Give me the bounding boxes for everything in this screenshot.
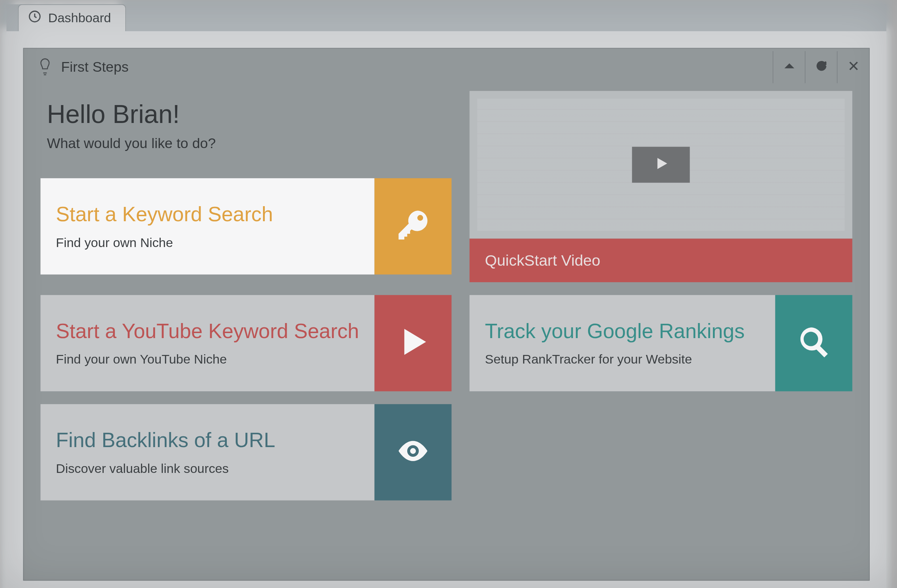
panel-actions xyxy=(773,51,869,84)
greeting-heading: Hello Brian! xyxy=(47,100,445,129)
tile-subtitle: Discover valuable link sources xyxy=(56,461,359,476)
tab-dashboard[interactable]: Dashboard xyxy=(18,4,126,31)
magnifier-icon xyxy=(796,324,831,362)
tile-icon-box xyxy=(775,295,853,391)
tile-subtitle: Find your own YouTube Niche xyxy=(56,352,359,367)
play-icon xyxy=(653,155,669,175)
tile-title: Find Backlinks of a URL xyxy=(56,428,359,452)
tab-bar: Dashboard xyxy=(6,4,886,31)
first-steps-panel: First Steps Hello Brian! xyxy=(23,48,870,581)
key-icon xyxy=(396,208,430,245)
tile-track-rankings[interactable]: Track your Google Rankings Setup RankTra… xyxy=(470,295,853,391)
quickstart-video-card[interactable]: QuickStart Video xyxy=(470,91,853,282)
triangle-up-icon xyxy=(782,60,796,75)
close-icon xyxy=(847,60,860,75)
greeting: Hello Brian! What would you like to do? xyxy=(41,91,452,165)
gauge-icon xyxy=(28,9,41,26)
tile-youtube-keyword[interactable]: Start a YouTube Keyword Search Find your… xyxy=(41,295,452,391)
content-area: First Steps Hello Brian! xyxy=(6,31,886,588)
tile-keyword-search[interactable]: Start a Keyword Search Find your own Nic… xyxy=(41,178,452,274)
refresh-icon xyxy=(815,60,828,75)
lightbulb-icon xyxy=(38,56,52,78)
tile-subtitle: Setup RankTracker for your Website xyxy=(485,352,760,367)
panel-header: First Steps xyxy=(24,49,869,86)
tile-subtitle: Find your own Niche xyxy=(56,235,359,250)
video-title-bar: QuickStart Video xyxy=(470,238,853,282)
collapse-button[interactable] xyxy=(773,51,805,84)
greeting-sub: What would you like to do? xyxy=(47,135,445,152)
tile-icon-box xyxy=(375,404,452,501)
tile-title: Start a Keyword Search xyxy=(56,202,359,226)
tile-icon-box xyxy=(375,295,452,391)
video-thumbnail[interactable] xyxy=(470,91,853,239)
tab-label: Dashboard xyxy=(48,11,111,26)
eye-icon xyxy=(396,434,430,471)
tile-title: Track your Google Rankings xyxy=(485,319,760,343)
tile-find-backlinks[interactable]: Find Backlinks of a URL Discover valuabl… xyxy=(41,404,452,501)
close-button[interactable] xyxy=(837,51,869,84)
play-icon xyxy=(396,324,430,362)
panel-title: First Steps xyxy=(61,59,129,76)
tile-title: Start a YouTube Keyword Search xyxy=(56,319,359,343)
video-play-button[interactable] xyxy=(632,147,690,182)
tile-icon-box xyxy=(375,178,452,274)
refresh-button[interactable] xyxy=(805,51,837,84)
